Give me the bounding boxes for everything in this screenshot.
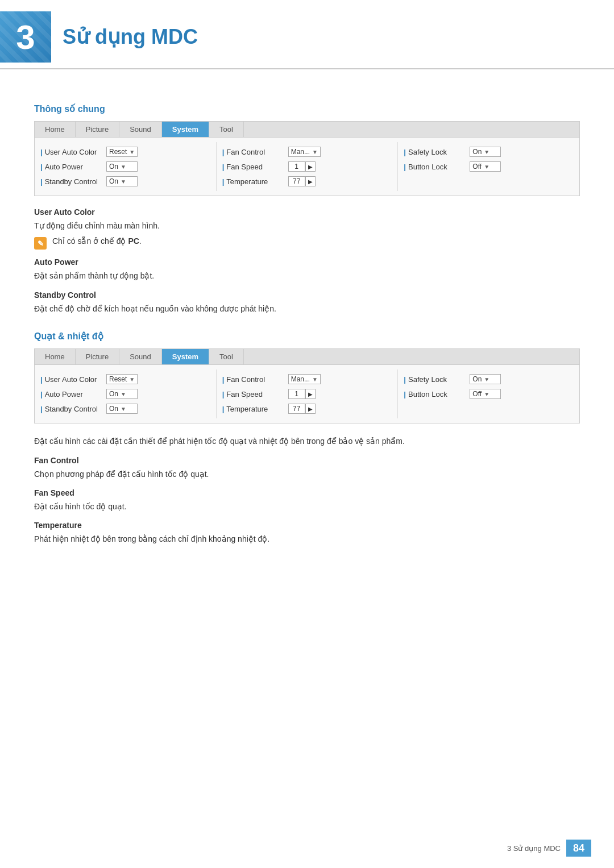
tab-tool-2[interactable]: Tool [209,349,244,364]
mdc-col-2-2: Fan Control Man... ▼ Fan Speed 1 ▶ [217,369,399,418]
mdc-body-2: User Auto Color Reset ▼ Auto Power On ▼ [35,365,579,423]
label-fan-control-1: Fan Control [222,148,285,156]
mdc-col-1-2: Fan Control Man... ▼ Fan Speed 1 ▶ [217,142,399,191]
label-button-lock-1: Button Lock [404,163,466,171]
arrow-right-btn[interactable]: ▶ [305,404,316,414]
body-text-auto-power: Đặt sản phẩm thành tự động bật. [34,269,580,282]
footer-text: 3 Sử dụng MDC [507,844,561,853]
chevron-down-icon: ▼ [484,149,489,155]
mdc-row: Standby Control On ▼ [40,401,210,416]
tab-picture-2[interactable]: Picture [76,349,119,364]
label-auto-power-1: Auto Power [40,163,103,171]
note-icon: ✎ [34,237,47,250]
control-fan-control-2: Man... ▼ [288,374,321,384]
mdc-row: Temperature 77 ▶ [222,401,392,416]
mdc-row: Button Lock Off ▼ [404,387,574,401]
control-auto-power-1: On ▼ [106,161,138,172]
content-area: Thông số chung Home Picture Sound System… [0,86,614,584]
mdc-row: User Auto Color Reset ▼ [40,144,210,159]
control-fan-speed-1: 1 ▶ [288,161,316,172]
arrow-right-btn[interactable]: ▶ [305,176,316,186]
page-number: 84 [566,840,591,857]
chevron-down-icon: ▼ [484,164,489,170]
arrow-right-btn[interactable]: ▶ [305,389,316,399]
chevron-down-icon: ▼ [484,376,489,383]
value-temperature-1: 77 [288,176,305,186]
value-fan-speed-1: 1 [288,161,305,172]
mdc-col-1-1: User Auto Color Reset ▼ Auto Power On ▼ [35,142,217,191]
note-text-pc: Chỉ có sẵn ở chế độ PC. [52,236,142,246]
select-user-auto-color-1[interactable]: Reset ▼ [106,147,138,157]
mdc-row: Safety Lock On ▼ [404,372,574,387]
label-safety-lock-2: Safety Lock [404,375,466,384]
select-standby-control-2[interactable]: On ▼ [106,404,138,414]
label-auto-power-2: Auto Power [40,390,103,398]
chapter-number: 3 [16,18,35,57]
select-user-auto-color-2[interactable]: Reset ▼ [106,374,138,384]
chapter-header: 3 Sử dụng MDC [0,0,614,69]
control-temperature-2: 77 ▶ [288,404,316,414]
chapter-title: Sử dụng MDC [63,25,198,49]
tab-home-2[interactable]: Home [35,349,76,364]
tab-sound-2[interactable]: Sound [119,349,162,364]
mdc-row: Fan Speed 1 ▶ [222,387,392,401]
mdc-tabs-1: Home Picture Sound System Tool [35,122,579,138]
mdc-table-2: Home Picture Sound System Tool User Auto… [34,348,580,423]
body-text-standby-control: Đặt chế độ chờ để kích hoạt nếu nguồn và… [34,302,580,315]
arrow-right-btn[interactable]: ▶ [305,161,316,172]
select-button-lock-1[interactable]: Off ▼ [470,161,501,172]
label-fan-speed-1: Fan Speed [222,163,285,171]
mdc-col-2-1: User Auto Color Reset ▼ Auto Power On ▼ [35,369,217,418]
mdc-row: Safety Lock On ▼ [404,144,574,159]
note-box-pc: ✎ Chỉ có sẵn ở chế độ PC. [34,236,580,250]
mdc-row: Fan Control Man... ▼ [222,372,392,387]
control-standby-control-2: On ▼ [106,404,138,414]
select-auto-power-1[interactable]: On ▼ [106,161,138,172]
body-text-temperature: Phát hiện nhiệt độ bên trong bằng cách c… [34,533,580,545]
mdc-row: Temperature 77 ▶ [222,174,392,189]
chevron-down-icon: ▼ [121,178,126,185]
subsection-title-fan-speed: Fan Speed [34,488,580,497]
label-fan-speed-2: Fan Speed [222,390,285,398]
mdc-row: Fan Speed 1 ▶ [222,159,392,174]
label-standby-control-2: Standby Control [40,405,103,413]
tab-sound-1[interactable]: Sound [119,122,162,137]
body-text-quat-nhiet-do-intro: Đặt cấu hình các cài đặt cần thiết để ph… [34,435,580,447]
label-safety-lock-1: Safety Lock [404,148,466,156]
section-title-quat-nhiet-do: Quạt & nhiệt độ [34,331,580,342]
control-button-lock-2: Off ▼ [470,389,501,399]
tab-tool-1[interactable]: Tool [209,122,244,137]
chevron-down-icon: ▼ [121,406,126,412]
tab-home-1[interactable]: Home [35,122,76,137]
select-safety-lock-2[interactable]: On ▼ [470,374,501,384]
select-safety-lock-1[interactable]: On ▼ [470,147,501,157]
subsection-title-auto-power: Auto Power [34,258,580,267]
tab-picture-1[interactable]: Picture [76,122,119,137]
mdc-row: Fan Control Man... ▼ [222,144,392,159]
select-auto-power-2[interactable]: On ▼ [106,389,138,399]
control-user-auto-color-2: Reset ▼ [106,374,138,384]
page-footer: 3 Sử dụng MDC 84 [507,840,591,857]
mdc-row: Standby Control On ▼ [40,174,210,189]
label-button-lock-2: Button Lock [404,390,466,398]
control-fan-speed-2: 1 ▶ [288,389,316,399]
select-fan-control-1[interactable]: Man... ▼ [288,147,321,157]
chevron-down-icon: ▼ [121,164,126,170]
subsection-title-temperature: Temperature [34,521,580,530]
control-safety-lock-2: On ▼ [470,374,501,384]
label-user-auto-color-2: User Auto Color [40,375,103,384]
control-auto-power-2: On ▼ [106,389,138,399]
select-standby-control-1[interactable]: On ▼ [106,176,138,186]
tab-system-2[interactable]: System [162,349,209,364]
mdc-tabs-2: Home Picture Sound System Tool [35,349,579,365]
select-fan-control-2[interactable]: Man... ▼ [288,374,321,384]
chevron-down-icon: ▼ [484,391,489,397]
select-button-lock-2[interactable]: Off ▼ [470,389,501,399]
chevron-down-icon: ▼ [129,376,135,383]
control-button-lock-1: Off ▼ [470,161,501,172]
tab-system-1[interactable]: System [162,122,209,137]
mdc-col-1-3: Safety Lock On ▼ Button Lock Off ▼ [398,142,579,191]
label-user-auto-color-1: User Auto Color [40,148,103,156]
value-fan-speed-2: 1 [288,389,305,399]
mdc-body-1: User Auto Color Reset ▼ Auto Power On ▼ [35,138,579,196]
